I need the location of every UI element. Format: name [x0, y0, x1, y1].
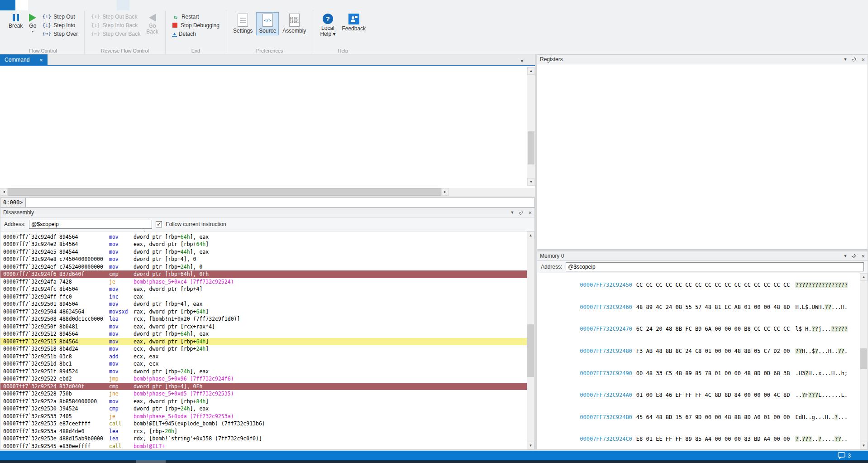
- scroll-down-icon[interactable]: ▼: [527, 178, 535, 186]
- memory-address-row: Address:: [537, 261, 868, 273]
- memory-row[interactable]: 00007FF732C92450CC CC CC CC CC CC CC CC …: [547, 274, 868, 296]
- disassembly-row[interactable]: 00007ff7`32c9251f 894524 mov dword ptr […: [0, 368, 534, 376]
- scrollbar-thumb[interactable]: [860, 348, 867, 369]
- go-back-button[interactable]: Go Back: [143, 12, 161, 36]
- stop-debugging-button[interactable]: Stop Debugging: [170, 21, 221, 29]
- notification-count[interactable]: 3: [848, 453, 851, 459]
- ribbon-tab[interactable]: [91, 0, 104, 10]
- scroll-up-icon[interactable]: ▲: [527, 67, 535, 75]
- disassembly-row[interactable]: 00007ff7`32c924fc 8b4504 mov eax, dword …: [0, 285, 534, 293]
- ribbon-tab[interactable]: [117, 0, 129, 10]
- scroll-left-icon[interactable]: ◄: [0, 188, 8, 196]
- memory-vertical-scrollbar[interactable]: ▲ ▼: [860, 273, 868, 449]
- scroll-down-icon[interactable]: ▼: [860, 442, 868, 449]
- scrollbar-thumb[interactable]: [527, 324, 534, 377]
- disassembly-row[interactable]: 00007ff7`32c9253e 488d15ab9b0000 lea rdx…: [0, 435, 534, 443]
- memory-row[interactable]: 00007FF732C924706C 24 20 48 8B FC B9 6A …: [547, 318, 868, 340]
- disassembly-row[interactable]: 00007ff7`32c9251b 03c8 add ecx, eax: [0, 353, 534, 361]
- memory-row[interactable]: 00007FF732C924B045 64 48 8D 15 67 9D 00 …: [547, 406, 868, 429]
- disassembly-row[interactable]: 00007ff7`32c924e5 894544 mov dword ptr […: [0, 248, 534, 256]
- pane-menu-icon[interactable]: ▼: [843, 57, 847, 62]
- disassembly-row[interactable]: 00007ff7`32c9252a 8b8584000000 mov eax, …: [0, 398, 534, 405]
- ribbon-tab[interactable]: [28, 0, 41, 10]
- command-tab[interactable]: Command ×: [0, 54, 48, 65]
- pin-icon[interactable]: [519, 210, 524, 215]
- go-button[interactable]: Go ▾: [26, 12, 39, 35]
- disassembly-row[interactable]: 00007ff7`32c924f6 837d640f cmp dword ptr…: [0, 270, 534, 278]
- memory-row[interactable]: 00007FF732C924A001 00 E8 46 EF FF FF 4C …: [547, 384, 868, 406]
- ribbon-tab[interactable]: [104, 0, 117, 10]
- memory-row[interactable]: 00007FF732C9249000 48 33 C5 48 89 85 78 …: [547, 362, 868, 384]
- disassembly-row[interactable]: 00007ff7`32c92512 894564 mov dword ptr […: [0, 330, 534, 338]
- assembly-button[interactable]: 0110110101 Assembly: [280, 12, 309, 35]
- disassembly-row[interactable]: 00007ff7`32c92504 48634564 movsxd rax, d…: [0, 308, 534, 316]
- ribbon-tab[interactable]: [53, 0, 66, 10]
- command-horizontal-scrollbar[interactable]: ◄ ►: [0, 188, 535, 196]
- scroll-right-icon[interactable]: ►: [441, 188, 449, 196]
- feedback-button[interactable]: Feedback: [339, 12, 368, 33]
- command-vertical-scrollbar[interactable]: ▲ ▼: [527, 67, 535, 186]
- disassembly-row[interactable]: 00007ff7`32c924ff ffc0 inc eax: [0, 293, 534, 301]
- step-over-button[interactable]: {→}Step Over: [40, 29, 80, 38]
- memory-row[interactable]: 00007FF732C9246048 89 4C 24 08 55 57 48 …: [547, 296, 868, 318]
- disassembly-row[interactable]: 00007ff7`32c924df 894564 mov dword ptr […: [0, 233, 534, 241]
- step-out-button[interactable]: {↑}Step Out: [40, 12, 80, 21]
- scroll-down-icon[interactable]: ▼: [527, 442, 534, 449]
- disassembly-row[interactable]: 00007ff7`32c92522 ebd2 jmp bomb!phase_5+…: [0, 375, 534, 383]
- close-icon[interactable]: ×: [861, 253, 865, 260]
- close-icon[interactable]: ×: [528, 209, 532, 216]
- disassembly-row[interactable]: 00007ff7`32c924e8 c7450400000000 mov dwo…: [0, 256, 534, 263]
- disassembly-address-input[interactable]: [29, 220, 152, 229]
- scroll-up-icon[interactable]: ▲: [527, 232, 534, 239]
- disassembly-row[interactable]: 00007ff7`32c92535 e87ceeffff call bomb!@…: [0, 420, 534, 428]
- step-out-back-button[interactable]: {↑}Step Out Back: [89, 12, 142, 21]
- step-into-button[interactable]: {↓}Step Into: [40, 21, 80, 29]
- disassembly-row[interactable]: 00007ff7`32c92528 750b jne bomb!phase_5+…: [0, 390, 534, 398]
- break-button[interactable]: Break: [6, 12, 25, 30]
- disassembly-row[interactable]: 00007ff7`32c92524 837d040f cmp dword ptr…: [0, 383, 534, 391]
- settings-button[interactable]: Settings: [230, 12, 255, 35]
- source-button[interactable]: </> Source: [256, 12, 279, 35]
- disassembly-row[interactable]: 00007ff7`32c9251d 8bc1 mov eax, ecx: [0, 360, 534, 368]
- pane-menu-icon[interactable]: ▼: [843, 254, 847, 258]
- follow-current-instruction-checkbox[interactable]: ✓: [156, 221, 162, 227]
- command-tab-close-icon[interactable]: ×: [39, 57, 43, 63]
- ribbon-tab[interactable]: [41, 0, 53, 10]
- memory-address-input[interactable]: [566, 262, 864, 271]
- restart-button[interactable]: ↻Restart: [170, 12, 221, 21]
- disassembly-row[interactable]: 00007ff7`32c92533 7405 je bomb!phase_5+0…: [0, 413, 534, 420]
- memory-row[interactable]: 00007FF732C924C0E8 01 EE FF FF 89 85 A4 …: [547, 428, 868, 450]
- step-into-back-button[interactable]: {↓}Step Into Back: [89, 21, 142, 29]
- pin-icon[interactable]: [852, 57, 857, 62]
- disassembly-row[interactable]: 00007ff7`32c92518 8b4d24 mov ecx, dword …: [0, 345, 534, 353]
- disassembly-row[interactable]: 00007ff7`32c92530 394524 cmp dword ptr […: [0, 405, 534, 413]
- step-over-back-button[interactable]: {←}Step Over Back: [89, 29, 142, 38]
- memory-row[interactable]: 00007FF732C92480F3 AB 48 8B 8C 24 C8 01 …: [547, 340, 868, 362]
- command-input[interactable]: [26, 198, 534, 207]
- scrollbar-thumb[interactable]: [528, 131, 534, 164]
- disassembly-row[interactable]: 00007ff7`32c92545 e830eeffff call bomb!@…: [0, 443, 534, 450]
- pane-menu-icon[interactable]: ▼: [510, 210, 514, 215]
- ribbon-tab[interactable]: [15, 0, 28, 10]
- scroll-up-icon[interactable]: ▲: [860, 273, 868, 281]
- detach-button[interactable]: ▲Detach: [170, 29, 221, 38]
- disassembly-row[interactable]: 00007ff7`32c9250f 8b0481 mov eax, dword …: [0, 323, 534, 331]
- disassembly-row[interactable]: 00007ff7`32c92501 894504 mov dword ptr […: [0, 300, 534, 308]
- disassembly-row[interactable]: 00007ff7`32c924e2 8b4564 mov eax, dword …: [0, 241, 534, 248]
- pin-icon[interactable]: [852, 254, 857, 259]
- disassembly-vertical-scrollbar[interactable]: ▲ ▼: [527, 232, 534, 449]
- disassembly-row[interactable]: 00007ff7`32c92515 8b4564 mov eax, dword …: [0, 338, 534, 346]
- disassembly-row[interactable]: 00007ff7`32c924ef c7452400000000 mov dwo…: [0, 263, 534, 271]
- close-icon[interactable]: ×: [861, 56, 865, 63]
- command-pane-menu-icon[interactable]: ▼: [520, 59, 524, 63]
- go-dropdown-arrow[interactable]: ▾: [32, 29, 33, 34]
- ribbon-tab[interactable]: [0, 0, 15, 10]
- ribbon-tab[interactable]: [79, 0, 91, 10]
- ribbon-tab[interactable]: [66, 0, 79, 10]
- scrollbar-thumb[interactable]: [8, 188, 441, 196]
- disassembly-row[interactable]: 00007ff7`32c924fa 7428 je bomb!phase_5+0…: [0, 278, 534, 286]
- disassembly-row[interactable]: 00007ff7`32c9253a 488d4de0 lea rcx, [rbp…: [0, 428, 534, 435]
- disassembly-row[interactable]: 00007ff7`32c92508 488d0dc1cc0000 lea rcx…: [0, 315, 534, 323]
- feedback-bubble-icon[interactable]: [838, 452, 845, 459]
- local-help-button[interactable]: ? Local Help ▾: [317, 12, 338, 39]
